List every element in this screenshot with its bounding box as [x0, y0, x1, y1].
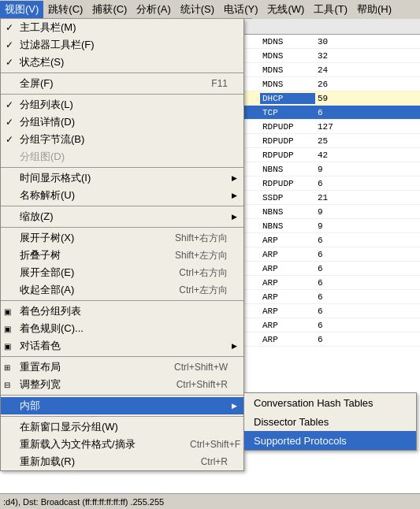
menu-view[interactable]: 视图(V)	[0, 1, 43, 18]
menu-internals[interactable]: 内部	[1, 397, 243, 414]
menu-zoom[interactable]: 缩放(Z)	[1, 208, 243, 225]
menu-analyze[interactable]: 分析(A)	[132, 1, 175, 18]
checkmark-icon: ✓	[6, 39, 13, 50]
menu-wireless[interactable]: 无线(W)	[262, 1, 309, 18]
menu-divider	[1, 94, 243, 95]
color-icon: ▣	[4, 325, 11, 333]
checkmark-icon: ✓	[6, 134, 13, 145]
submenu-supported-protocols[interactable]: Supported Protocols ↙	[244, 431, 416, 450]
submenu-conversation-hash[interactable]: Conversation Hash Tables	[244, 393, 416, 412]
menu-name-resolution[interactable]: 名称解析(U)	[1, 187, 243, 204]
menu-divider	[1, 300, 243, 301]
columns-icon: ⊟	[4, 381, 10, 389]
checkmark-icon: ✓	[6, 99, 13, 110]
menu-fullscreen[interactable]: 全屏(F) F11	[1, 75, 243, 92]
menu-help[interactable]: 帮助(H)	[352, 1, 396, 18]
menu-conversation-color[interactable]: ▣ 对话着色	[1, 337, 243, 355]
menu-collapse-all[interactable]: 收起全部(A) Ctrl+左方向	[1, 281, 243, 299]
menu-stats[interactable]: 统计(S)	[176, 1, 219, 18]
menu-divider	[1, 356, 243, 357]
menu-resize-columns[interactable]: ⊟ 调整列宽 Ctrl+Shift+R	[1, 376, 243, 393]
menu-divider	[1, 206, 243, 206]
color-icon: ▣	[4, 307, 11, 316]
menu-packet-list[interactable]: ✓ 分组列表(L)	[1, 96, 243, 113]
color-icon: ▣	[4, 342, 11, 351]
menu-filter-toolbar[interactable]: ✓ 过滤器工具栏(F)	[1, 36, 243, 54]
menu-phone[interactable]: 电话(Y)	[219, 1, 262, 18]
menu-packet-details[interactable]: ✓ 分组详情(D)	[1, 113, 243, 131]
status-bar: :d4), Dst: Broadcast (ff:ff:ff:ff:ff:ff)…	[0, 493, 420, 509]
checkmark-icon: ✓	[6, 22, 13, 33]
layout-icon: ⊞	[4, 363, 10, 372]
menu-expand-all[interactable]: 展开全部(E) Ctrl+右方向	[1, 264, 243, 281]
menu-capture[interactable]: 捕获(C)	[87, 1, 132, 18]
view-dropdown-menu: ✓ 主工具栏(M) ✓ 过滤器工具栏(F) ✓ 状态栏(S) 全屏(F) F11…	[0, 19, 244, 471]
checkmark-icon: ✓	[6, 57, 13, 68]
submenu-dissector-tables[interactable]: Dissector Tables	[244, 412, 416, 431]
status-text: :d4), Dst: Broadcast (ff:ff:ff:ff:ff:ff)…	[3, 497, 164, 507]
menu-divider	[1, 227, 243, 228]
menu-bar: 视图(V) 跳转(C) 捕获(C) 分析(A) 统计(S) 电话(Y) 无线(W…	[0, 0, 252, 19]
menu-expand-subtree[interactable]: 展开子树(X) Shift+右方向	[1, 229, 243, 247]
menu-colorize-list[interactable]: ▣ 着色分组列表	[1, 303, 243, 320]
menu-divider	[1, 167, 243, 168]
menu-main-toolbar[interactable]: ✓ 主工具栏(M)	[1, 19, 243, 36]
menu-status-bar[interactable]: ✓ 状态栏(S)	[1, 54, 243, 71]
menu-reset-layout[interactable]: ⊞ 重置布局 Ctrl+Shift+W	[1, 359, 243, 376]
menu-divider	[1, 395, 243, 396]
menu-reload[interactable]: 重新加载(R) Ctrl+R	[1, 453, 243, 470]
checkmark-icon: ✓	[6, 117, 13, 128]
menu-tools[interactable]: 工具(T)	[309, 1, 352, 18]
menu-packet-diagram[interactable]: 分组图(D)	[1, 148, 243, 165]
menu-goto[interactable]: 跳转(C)	[43, 1, 87, 18]
menu-color-rules[interactable]: ▣ 着色规则(C)...	[1, 320, 243, 337]
menu-reload-format[interactable]: 重新载入为文件格式/摘录 Ctrl+Shift+F	[1, 436, 243, 453]
menu-show-in-new-window[interactable]: 在新窗口显示分组(W)	[1, 418, 243, 436]
menu-divider	[1, 72, 243, 73]
menu-divider	[1, 416, 243, 417]
internals-submenu: Conversation Hash Tables Dissector Table…	[243, 392, 417, 451]
menu-time-display[interactable]: 时间显示格式(I)	[1, 169, 243, 187]
menu-collapse-subtree[interactable]: 折叠子树 Shift+左方向	[1, 247, 243, 264]
menu-packet-bytes[interactable]: ✓ 分组字节流(B)	[1, 131, 243, 148]
